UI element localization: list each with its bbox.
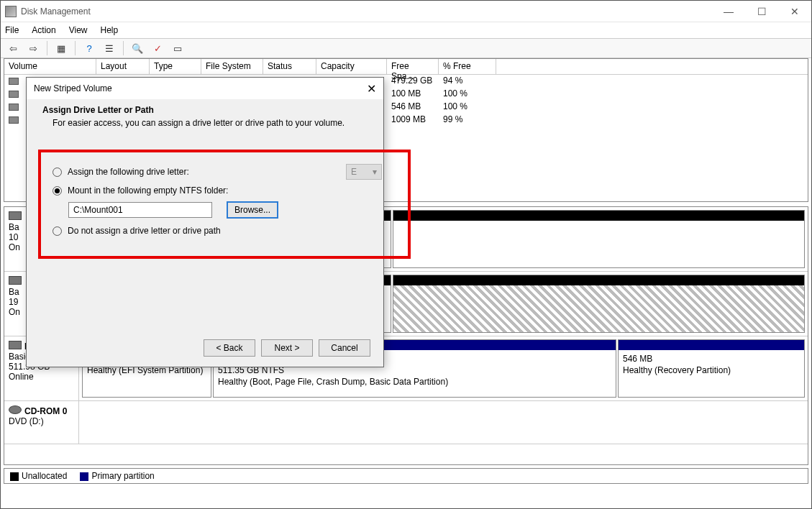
volume-icon <box>9 78 19 85</box>
next-button[interactable]: Next > <box>261 339 313 357</box>
radio-assign-letter[interactable] <box>53 168 62 177</box>
window-title: Disk Management <box>21 6 712 17</box>
volume-icon <box>9 116 19 124</box>
menu-action[interactable]: Action <box>32 25 55 35</box>
volume-icon <box>9 104 19 111</box>
menubar: File Action View Help <box>1 22 811 38</box>
col-layout[interactable]: Layout <box>96 59 150 74</box>
partition[interactable]: 546 MBHealthy (Recovery Partition) <box>618 339 805 398</box>
disk-icon <box>9 276 22 285</box>
grid-icon[interactable]: ▦ <box>53 40 69 56</box>
cancel-button[interactable]: Cancel <box>319 339 370 357</box>
menu-help[interactable]: Help <box>101 25 119 35</box>
col-status[interactable]: Status <box>263 59 316 74</box>
col-volume[interactable]: Volume <box>4 59 96 74</box>
col-type[interactable]: Type <box>150 59 201 74</box>
legend-swatch-unallocated <box>10 472 19 481</box>
browse-button[interactable]: Browse... <box>227 201 278 219</box>
titlebar: Disk Management — ☐ ✕ <box>1 1 811 22</box>
label-assign-letter: Assign the following drive letter: <box>68 167 189 177</box>
legend: Unallocated Primary partition <box>4 468 808 484</box>
col-free[interactable]: Free Spa... <box>387 59 439 74</box>
col-pct[interactable]: % Free <box>439 59 496 74</box>
dialog-title: New Striped Volume <box>34 83 367 93</box>
back-icon[interactable]: ⇦ <box>5 40 21 56</box>
help-icon[interactable]: ? <box>81 40 97 56</box>
cdrom-icon <box>9 405 22 414</box>
drive-letter-select: E▾ <box>346 164 382 180</box>
new-striped-volume-dialog: New Striped Volume ✕ Assign Drive Letter… <box>26 77 384 367</box>
dialog-heading: Assign Drive Letter or Path <box>42 105 368 115</box>
disk-icon <box>9 211 22 220</box>
back-button[interactable]: < Back <box>204 339 255 357</box>
highlighted-region: Assign the following drive letter: E▾ Mo… <box>38 150 411 259</box>
disk-icon <box>9 341 22 349</box>
menu-file[interactable]: File <box>5 25 19 35</box>
col-fs[interactable]: File System <box>201 59 263 74</box>
close-button[interactable]: ✕ <box>778 1 811 22</box>
disk-management-window: Disk Management — ☐ ✕ File Action View H… <box>0 0 812 509</box>
menu-view[interactable]: View <box>69 25 88 35</box>
col-capacity[interactable]: Capacity <box>316 59 387 74</box>
forward-icon[interactable]: ⇨ <box>25 40 41 56</box>
label-no-assign: Do not assign a drive letter or drive pa… <box>68 226 221 236</box>
radio-mount-folder[interactable] <box>53 186 62 196</box>
zoom-icon[interactable]: 🔍 <box>129 40 145 56</box>
legend-swatch-primary <box>80 472 88 481</box>
radio-no-assign[interactable] <box>53 226 62 236</box>
minimize-button[interactable]: — <box>712 1 745 22</box>
list-icon[interactable]: ☰ <box>101 40 117 56</box>
check-icon[interactable]: ✓ <box>150 40 165 56</box>
volume-icon <box>9 91 19 98</box>
label-mount-folder: Mount in the following empty NTFS folder… <box>68 185 228 196</box>
doc-icon[interactable]: ▭ <box>170 40 186 56</box>
dialog-close-icon[interactable]: ✕ <box>367 82 376 96</box>
app-icon <box>5 6 17 17</box>
chevron-down-icon: ▾ <box>373 167 377 177</box>
maximize-button[interactable]: ☐ <box>745 1 778 22</box>
disk-row[interactable]: CD-ROM 0 DVD (D:) <box>4 401 808 444</box>
mount-path-input[interactable] <box>68 202 212 218</box>
dialog-subheading: For easier access, you can assign a driv… <box>53 118 368 128</box>
toolbar: ⇦ ⇨ ▦ ? ☰ 🔍 ✓ ▭ <box>1 38 811 58</box>
